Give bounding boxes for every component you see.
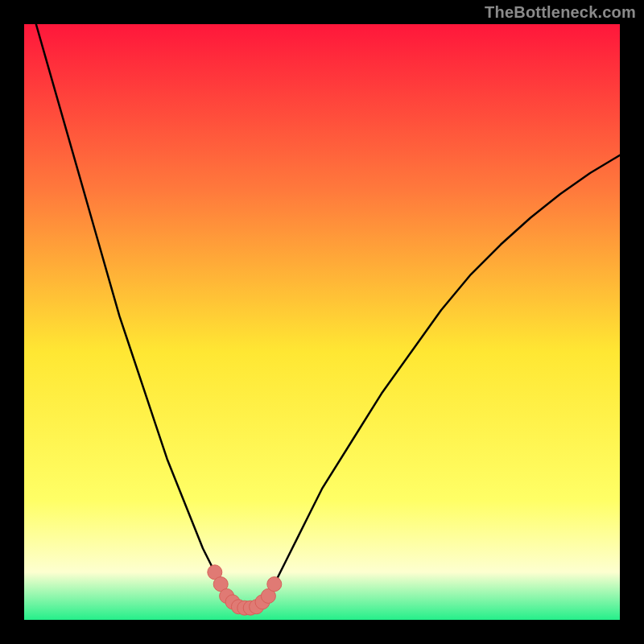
plot-area: [24, 24, 620, 620]
sweet-spot-marker: [267, 577, 282, 592]
chart-frame: TheBottleneck.com: [0, 0, 644, 644]
chart-svg: [24, 24, 620, 620]
gradient-background: [24, 24, 620, 620]
watermark-text: TheBottleneck.com: [485, 3, 636, 22]
